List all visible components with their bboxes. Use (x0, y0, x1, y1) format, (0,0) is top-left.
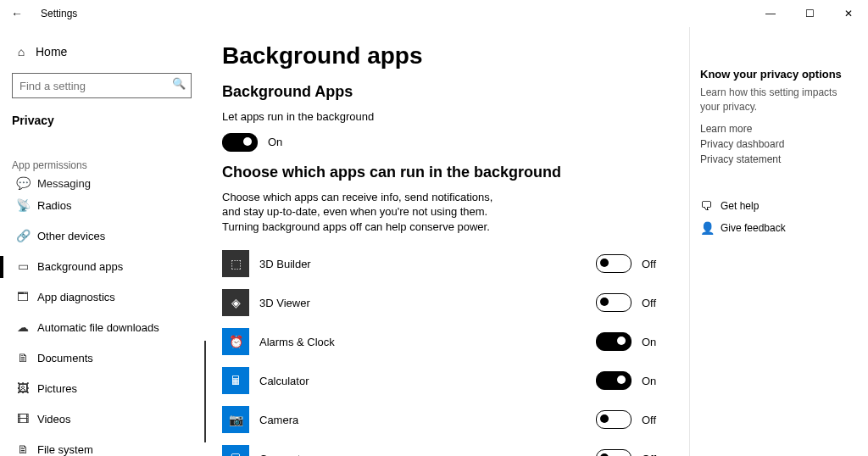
get-help-label: Get help (721, 200, 759, 212)
sidebar-item-label: File system (37, 443, 93, 456)
app-name: 3D Builder (259, 258, 429, 270)
sidebar-item-videos[interactable]: 🎞 Videos (12, 403, 193, 434)
app-toggle[interactable] (596, 371, 632, 390)
diagnostics-icon: 🗔 (14, 290, 32, 303)
give-feedback-label: Give feedback (721, 222, 786, 234)
give-feedback-link[interactable]: 👤 Give feedback (700, 221, 853, 235)
app-toggle-wrap: Off (596, 293, 672, 312)
home-label: Home (36, 45, 67, 58)
app-name: Camera (259, 414, 429, 426)
sidebar-item-label: Messaging (37, 177, 91, 190)
app-row: 🖵ConnectOff (222, 439, 672, 456)
link-privacy-statement[interactable]: Privacy statement (700, 153, 853, 165)
sidebar-item-label: Radios (37, 199, 71, 212)
sidebar: ⌂ Home 🔍 Privacy App permissions 💬 Messa… (0, 27, 205, 456)
connect-icon: 🖵 (222, 445, 249, 456)
app-row: 📷CameraOff (222, 400, 672, 439)
sidebar-item-label: App diagnostics (37, 291, 115, 303)
app-list: ⬚3D BuilderOff◈3D ViewerOff⏰Alarms & Clo… (222, 244, 672, 456)
other-devices-icon: 🔗 (14, 229, 32, 242)
videos-icon: 🎞 (14, 412, 32, 425)
master-label: Let apps run in the background (222, 109, 510, 125)
search-box[interactable]: 🔍 (12, 73, 192, 98)
feedback-icon: 👤 (700, 221, 721, 235)
sidebar-item-background-apps[interactable]: ▭ Background apps (12, 251, 193, 281)
section-heading: Background Apps (222, 83, 672, 101)
section-heading-2: Choose which apps can run in the backgro… (222, 164, 672, 181)
sidebar-item-app-diagnostics[interactable]: 🗔 App diagnostics (12, 281, 193, 312)
alarms-icon: ⏰ (222, 328, 249, 355)
sidebar-item-file-system[interactable]: 🗎 File system (12, 434, 193, 456)
messaging-icon: 💬 (14, 176, 32, 190)
sidebar-nav: 💬 Messaging 📡 Radios 🔗 Other devices ▭ B… (12, 176, 193, 456)
app-toggle-state: Off (642, 258, 656, 270)
help-icon: 🗨 (700, 199, 721, 213)
right-sidebar: Know your privacy options Learn how this… (690, 27, 868, 456)
app-name: Calculator (259, 375, 429, 387)
window-controls: — ☐ ✕ (751, 0, 868, 27)
page-title: Background apps (222, 42, 672, 70)
home-button[interactable]: ⌂ Home (12, 36, 193, 68)
app-toggle-wrap: Off (596, 254, 672, 273)
app-toggle[interactable] (596, 449, 632, 456)
app-row: 🖩CalculatorOn (222, 361, 672, 400)
app-toggle[interactable] (596, 254, 632, 273)
support-section: 🗨 Get help 👤 Give feedback (700, 199, 853, 235)
sidebar-item-pictures[interactable]: 🖼 Pictures (12, 373, 193, 403)
app-name: Alarms & Clock (259, 336, 429, 348)
app-toggle[interactable] (596, 293, 632, 312)
sidebar-section-label: App permissions (12, 159, 193, 171)
master-toggle[interactable] (222, 133, 258, 152)
back-button[interactable]: ← (0, 7, 34, 20)
app-toggle-state: On (642, 336, 656, 348)
section-description: Choose which apps can receive info, send… (222, 190, 510, 235)
maximize-button[interactable]: ☐ (790, 0, 829, 27)
close-button[interactable]: ✕ (829, 0, 868, 27)
link-learn-more[interactable]: Learn more (700, 123, 853, 135)
content: Background apps Background Apps Let apps… (205, 27, 690, 456)
window-title: Settings (41, 8, 77, 19)
sidebar-item-documents[interactable]: 🗎 Documents (12, 342, 193, 373)
minimize-button[interactable]: — (751, 0, 790, 27)
app-toggle[interactable] (596, 410, 632, 429)
master-toggle-state: On (268, 136, 282, 148)
radios-icon: 📡 (14, 198, 32, 212)
downloads-icon: ☁ (14, 320, 32, 334)
app-name: 3D Viewer (259, 297, 429, 309)
app-toggle[interactable] (596, 332, 632, 351)
app-row: ⏰Alarms & ClockOn (222, 322, 672, 361)
app-toggle-state: Off (642, 297, 656, 309)
search-input[interactable] (13, 74, 179, 97)
background-apps-icon: ▭ (14, 259, 32, 273)
app-toggle-wrap: On (596, 371, 672, 390)
sidebar-item-label: Videos (37, 413, 71, 425)
3d-builder-icon: ⬚ (222, 250, 249, 277)
sidebar-item-messaging[interactable]: 💬 Messaging (12, 176, 193, 190)
sidebar-category: Privacy (12, 114, 193, 127)
privacy-text: Learn how this setting impacts your priv… (700, 86, 853, 114)
link-privacy-dashboard[interactable]: Privacy dashboard (700, 138, 853, 150)
search-icon: 🔍 (172, 77, 186, 90)
documents-icon: 🗎 (14, 351, 32, 364)
sidebar-item-label: Documents (37, 352, 93, 364)
camera-icon: 📷 (222, 406, 249, 433)
pictures-icon: 🖼 (14, 381, 32, 395)
sidebar-item-other-devices[interactable]: 🔗 Other devices (12, 220, 193, 251)
get-help-link[interactable]: 🗨 Get help (700, 199, 853, 213)
sidebar-item-label: Automatic file downloads (37, 321, 159, 334)
app-toggle-wrap: Off (596, 410, 672, 429)
scroll-indicator[interactable] (204, 341, 206, 442)
home-icon: ⌂ (12, 45, 31, 58)
sidebar-item-radios[interactable]: 📡 Radios (12, 190, 193, 220)
filesystem-icon: 🗎 (14, 442, 32, 456)
sidebar-item-label: Background apps (37, 260, 123, 273)
app-row: ◈3D ViewerOff (222, 283, 672, 322)
app-toggle-state: On (642, 375, 656, 387)
3d-viewer-icon: ◈ (222, 289, 249, 316)
sidebar-item-auto-downloads[interactable]: ☁ Automatic file downloads (12, 312, 193, 342)
privacy-heading: Know your privacy options (700, 68, 853, 81)
sidebar-item-label: Pictures (37, 382, 77, 395)
sidebar-item-label: Other devices (37, 230, 105, 242)
calculator-icon: 🖩 (222, 367, 249, 394)
titlebar: ← Settings — ☐ ✕ (0, 0, 868, 27)
